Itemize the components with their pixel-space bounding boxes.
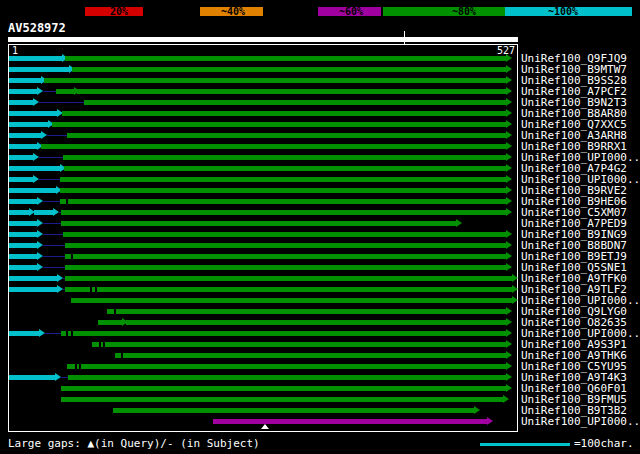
alignment-bar[interactable] (92, 342, 506, 347)
alignment-bar-arrowhead[interactable] (506, 65, 512, 73)
alignment-bar[interactable] (52, 122, 506, 127)
alignment-bar[interactable] (9, 232, 37, 237)
alignment-bar[interactable] (9, 221, 37, 226)
alignment-bar[interactable] (61, 386, 506, 391)
alignment-bar[interactable] (126, 320, 507, 325)
alignment-bar[interactable] (67, 133, 507, 138)
hit-label[interactable]: UniRef100_UPI000.. (521, 416, 640, 427)
alignment-bar-arrowhead[interactable] (506, 153, 512, 161)
alignment-bar-arrowhead[interactable] (506, 318, 512, 326)
alignment-bar[interactable] (115, 353, 506, 358)
alignment-bar[interactable] (61, 397, 502, 402)
alignment-bar-arrowhead[interactable] (487, 417, 493, 425)
alignment-bar[interactable] (9, 56, 62, 61)
segment-connector (43, 234, 63, 235)
alignment-bar-arrowhead[interactable] (506, 164, 512, 172)
alignment-bar[interactable] (9, 122, 48, 127)
alignment-bar-arrowhead[interactable] (506, 109, 512, 117)
alignment-bar-arrowhead[interactable] (506, 351, 512, 359)
alignment-bar-arrowhead[interactable] (506, 329, 512, 337)
alignment-bar-arrowhead[interactable] (506, 54, 512, 62)
alignment-bar[interactable] (9, 287, 57, 292)
alignment-bar[interactable] (65, 276, 512, 281)
alignment-bar[interactable] (61, 210, 506, 215)
alignment-bar-arrowhead[interactable] (474, 406, 480, 414)
alignment-bar[interactable] (67, 364, 507, 369)
alignment-bar-arrowhead[interactable] (506, 76, 512, 84)
alignment-bar-arrowhead[interactable] (512, 274, 518, 282)
alignment-bar[interactable] (9, 265, 37, 270)
alignment-bar[interactable] (65, 287, 512, 292)
alignment-bar[interactable] (9, 111, 57, 116)
alignment-bar[interactable] (9, 100, 33, 105)
alignment-bar[interactable] (9, 188, 56, 193)
alignment-bar[interactable] (9, 276, 57, 281)
alignment-bar-arrowhead[interactable] (506, 384, 512, 392)
alignment-bar[interactable] (9, 67, 69, 72)
alignment-bar[interactable] (9, 331, 39, 336)
alignment-bar[interactable] (98, 320, 122, 325)
alignment-bar-arrowhead[interactable] (506, 98, 512, 106)
alignment-bar[interactable] (9, 89, 37, 94)
alignment-bar[interactable] (77, 89, 506, 94)
alignment-bar[interactable] (65, 265, 506, 270)
alignment-bar[interactable] (9, 133, 41, 138)
alignment-bar[interactable] (44, 78, 507, 83)
alignment-bar-arrowhead[interactable] (506, 208, 512, 216)
alignment-bar-arrowhead[interactable] (512, 285, 518, 293)
alignment-bar[interactable] (63, 155, 506, 160)
alignment-bar[interactable] (63, 232, 506, 237)
alignment-bar[interactable] (9, 254, 37, 259)
alignment-bar[interactable] (65, 56, 506, 61)
alignment-bar[interactable] (65, 243, 506, 248)
alignment-bar[interactable] (84, 100, 506, 105)
alignment-bar-arrowhead[interactable] (506, 241, 512, 249)
alignment-bar[interactable] (9, 155, 33, 160)
alignment-bar-arrowhead[interactable] (506, 120, 512, 128)
alignment-bar[interactable] (9, 177, 33, 182)
alignment-bar-arrowhead[interactable] (506, 373, 512, 381)
alignment-bar-arrowhead[interactable] (506, 197, 512, 205)
alignment-bar-arrowhead[interactable] (506, 307, 512, 315)
alignment-bar-arrowhead[interactable] (506, 340, 512, 348)
alignment-bar[interactable] (41, 144, 507, 149)
alignment-bar[interactable] (113, 408, 474, 413)
alignment-bar-arrowhead[interactable] (506, 131, 512, 139)
alignment-bar-arrowhead[interactable] (512, 296, 518, 304)
alignment-bar[interactable] (9, 375, 55, 380)
alignment-bar[interactable] (61, 331, 506, 336)
alignment-bar-arrowhead[interactable] (506, 186, 512, 194)
alignment-bar-arrowhead[interactable] (506, 230, 512, 238)
alignment-bar-arrowhead[interactable] (456, 219, 462, 227)
query-accession[interactable]: AV528972 (8, 22, 66, 34)
alignment-bar[interactable] (71, 298, 512, 303)
alignment-bar[interactable] (9, 199, 37, 204)
alignment-bar[interactable] (56, 89, 73, 94)
alignment-bar[interactable] (72, 67, 507, 72)
alignment-bar-arrowhead[interactable] (506, 87, 512, 95)
alignment-bar[interactable] (34, 210, 53, 215)
alignment-bar-arrowhead[interactable] (506, 175, 512, 183)
alignment-bar[interactable] (65, 254, 506, 259)
alignment-bar[interactable] (107, 309, 506, 314)
alignment-bar-arrowhead[interactable] (506, 252, 512, 260)
alignment-bar-arrowhead[interactable] (506, 142, 512, 150)
alignment-bar[interactable] (9, 210, 29, 215)
alignment-bar[interactable] (60, 199, 506, 204)
alignment-bar[interactable] (60, 188, 506, 193)
alignment-bar[interactable] (60, 177, 506, 182)
hit-label-column: UniRef100_Q9FJQ9UniRef100_B9MTW7UniRef10… (521, 45, 640, 431)
alignment-bar[interactable] (64, 166, 506, 171)
segment-connector (39, 102, 84, 103)
alignment-bar-arrowhead[interactable] (503, 395, 509, 403)
alignment-bar[interactable] (62, 111, 506, 116)
alignment-bar[interactable] (68, 375, 507, 380)
alignment-bar[interactable] (61, 221, 456, 226)
alignment-bar[interactable] (9, 78, 41, 83)
alignment-bar-arrowhead[interactable] (506, 362, 512, 370)
alignment-bar[interactable] (9, 144, 37, 149)
alignment-bar-arrowhead[interactable] (506, 263, 512, 271)
alignment-bar[interactable] (9, 243, 37, 248)
alignment-bar[interactable] (213, 419, 487, 424)
alignment-bar[interactable] (9, 166, 60, 171)
